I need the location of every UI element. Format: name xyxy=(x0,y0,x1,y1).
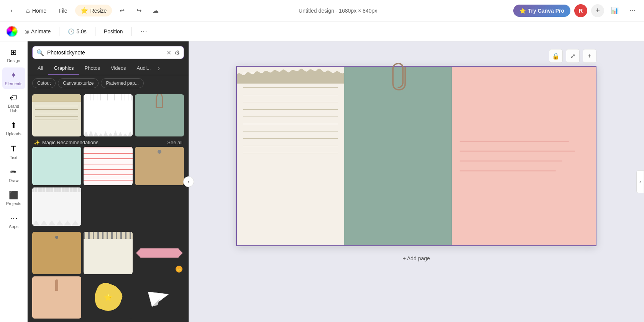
canvas-frame[interactable] xyxy=(236,66,596,246)
resize-label: Resize xyxy=(90,8,107,14)
pink-line xyxy=(460,151,575,151)
note-line xyxy=(243,153,338,153)
resize-canvas-button[interactable]: ⤢ xyxy=(566,49,580,63)
more-results-grid: 👑 xyxy=(32,232,184,274)
tab-all[interactable]: All xyxy=(32,62,48,75)
back-button[interactable]: ‹ xyxy=(5,4,18,18)
sidebar-item-design[interactable]: ⊞ Design xyxy=(2,44,25,66)
resize-star-icon: ⭐ xyxy=(80,7,88,14)
add-collaborator-button[interactable]: + xyxy=(591,4,604,17)
separator3 xyxy=(131,27,132,36)
note-line xyxy=(243,138,338,139)
tabs-more-icon[interactable]: › xyxy=(158,64,160,72)
tab-videos[interactable]: Videos xyxy=(105,62,131,75)
right-panel-toggle[interactable]: › xyxy=(636,170,644,193)
uploads-label: Uploads xyxy=(6,131,21,136)
home-icon: ⌂ xyxy=(26,7,30,14)
cloud-icon: ☁ xyxy=(153,7,159,14)
sidebar-item-projects[interactable]: ⬛ Projects xyxy=(2,187,25,209)
draw-icon: ✏ xyxy=(10,168,17,177)
topbar-right: ⭐ Try Canva Pro R + 📊 ⋯ xyxy=(513,4,639,18)
crown-badge: 👑 xyxy=(176,266,182,273)
draw-label: Draw xyxy=(9,178,19,183)
lock-canvas-button[interactable]: 🔒 xyxy=(549,49,563,63)
pink-line xyxy=(460,141,569,141)
stats-button[interactable]: 📊 xyxy=(608,4,622,18)
extra-options-button[interactable]: ⋯ xyxy=(136,25,152,38)
third-item-3[interactable] xyxy=(135,276,184,319)
redo-button[interactable]: ↪ xyxy=(132,4,146,18)
undo-button[interactable]: ↩ xyxy=(115,4,129,18)
user-avatar[interactable]: R xyxy=(574,4,587,17)
rec-item-1[interactable] xyxy=(32,147,81,185)
text-label: Text xyxy=(10,155,17,160)
third-item-1[interactable] xyxy=(32,276,81,319)
rec-item-2[interactable] xyxy=(84,147,133,185)
result-item-3[interactable] xyxy=(135,94,184,136)
sidebar-item-brand-hub[interactable]: 🏷 Brand Hub xyxy=(2,90,25,116)
sidebar-item-uploads[interactable]: ⬆ Uploads xyxy=(2,118,25,139)
more-item-1[interactable] xyxy=(32,232,81,274)
clear-search-button[interactable]: ✕ xyxy=(166,49,171,56)
chip-cutout[interactable]: Cutout xyxy=(32,78,56,88)
tab-graphics[interactable]: Graphics xyxy=(48,62,79,75)
animate-label: Animate xyxy=(31,28,51,34)
duration-button[interactable]: 🕐 5.0s xyxy=(63,26,91,37)
note-line xyxy=(243,124,338,124)
sticky-note-pink xyxy=(452,67,596,245)
paperclip xyxy=(388,61,407,93)
more-options-button[interactable]: ⋯ xyxy=(626,4,639,18)
pink-line xyxy=(460,171,556,171)
result-item-2[interactable] xyxy=(84,94,133,136)
elements-label: Elements xyxy=(5,81,23,86)
left-panel: 🔍 ✕ ⚙ All Graphics Photos Videos Audi...… xyxy=(28,41,189,322)
cloud-save-button[interactable]: ☁ xyxy=(149,4,163,18)
secondary-toolbar: ◎ Animate 🕐 5.0s Position ⋯ xyxy=(0,21,644,41)
menu-icon: ⋯ xyxy=(140,27,147,36)
chip-canvatexturize[interactable]: Canvatexturize xyxy=(58,78,99,88)
rec-item-4[interactable] xyxy=(32,187,81,226)
separator xyxy=(59,27,59,36)
note-line xyxy=(243,95,338,95)
magic-rec-label: ✨ Magic Recommendations xyxy=(34,140,99,145)
hide-panel-button[interactable]: ‹ xyxy=(183,176,194,187)
rec-item-3[interactable] xyxy=(135,147,184,185)
chip-patterned[interactable]: Patterned pap... xyxy=(101,78,143,88)
magic-recommendations-grid xyxy=(32,147,184,226)
tabs-row: All Graphics Photos Videos Audi... › xyxy=(28,62,189,75)
magic-recommendations-header: ✨ Magic Recommendations See all xyxy=(32,136,184,147)
topbar-left: ‹ ⌂ Home File ⭐ Resize ↩ ↪ ☁ xyxy=(5,4,163,18)
add-canvas-button[interactable]: + xyxy=(583,49,596,63)
more-item-2[interactable] xyxy=(84,232,133,274)
file-button[interactable]: File xyxy=(54,5,72,16)
apps-label: Apps xyxy=(9,224,18,229)
search-input[interactable] xyxy=(47,46,163,59)
resize-button[interactable]: ⭐ Resize xyxy=(75,5,112,16)
more-item-3[interactable]: 👑 xyxy=(135,232,184,274)
color-swatch[interactable] xyxy=(6,26,18,37)
third-item-2[interactable]: ⭐ xyxy=(84,276,133,319)
sidebar-item-draw[interactable]: ✏ Draw xyxy=(2,164,25,186)
sidebar-item-elements[interactable]: ✦ Elements xyxy=(2,67,25,89)
torn-top-edge xyxy=(237,67,344,84)
position-button[interactable]: Position xyxy=(99,26,128,37)
filter-button[interactable]: ⚙ xyxy=(174,49,180,56)
tab-audio[interactable]: Audi... xyxy=(131,62,156,75)
search-bar: 🔍 ✕ ⚙ xyxy=(28,41,189,62)
add-page-area: + Add page xyxy=(236,252,596,264)
animate-button[interactable]: ◎ Animate xyxy=(20,26,55,37)
separator2 xyxy=(95,27,95,36)
sidebar-item-text[interactable]: T Text xyxy=(2,141,25,163)
result-item-1[interactable] xyxy=(32,94,81,136)
home-button[interactable]: ⌂ Home xyxy=(21,5,51,16)
projects-label: Projects xyxy=(6,201,21,206)
main-area: ⊞ Design ✦ Elements 🏷 Brand Hub ⬆ Upload… xyxy=(0,41,644,322)
magic-icon: ✨ xyxy=(34,140,40,145)
sidebar-item-apps[interactable]: ⋯ Apps xyxy=(2,210,25,232)
see-all-button[interactable]: See all xyxy=(167,140,182,145)
add-page-button[interactable]: + Add page xyxy=(396,252,436,264)
projects-icon: ⬛ xyxy=(9,191,18,200)
try-pro-button[interactable]: ⭐ Try Canva Pro xyxy=(513,5,570,17)
top-results xyxy=(32,94,184,136)
tab-photos[interactable]: Photos xyxy=(79,62,105,75)
